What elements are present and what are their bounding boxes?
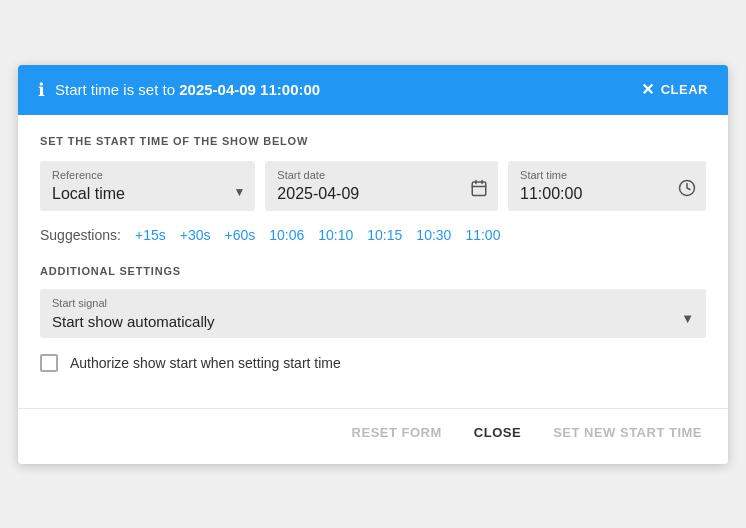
suggestion-30s[interactable]: +30s xyxy=(180,227,211,243)
suggestion-1006[interactable]: 10:06 xyxy=(269,227,304,243)
start-date-field[interactable]: Start date 2025-04-09 xyxy=(265,161,498,211)
suggestions-row: Suggestions: +15s +30s +60s 10:06 10:10 … xyxy=(40,227,706,243)
footer: RESET FORM CLOSE SET NEW START TIME xyxy=(18,408,728,464)
banner-prefix: Start time is set to xyxy=(55,81,179,98)
suggestion-1015[interactable]: 10:15 xyxy=(367,227,402,243)
chevron-down-icon-2: ▼ xyxy=(681,311,694,326)
suggestion-60s[interactable]: +60s xyxy=(224,227,255,243)
set-start-time-button[interactable]: SET NEW START TIME xyxy=(549,419,706,446)
clear-label: CLEAR xyxy=(661,82,708,97)
reference-dropdown[interactable]: Reference Local time ▼ xyxy=(40,161,255,211)
start-time-label: Start time xyxy=(520,169,694,181)
start-date-value: 2025-04-09 xyxy=(277,185,486,203)
fields-row: Reference Local time ▼ Start date 2025-0… xyxy=(40,161,706,211)
suggestions-label: Suggestions: xyxy=(40,227,121,243)
start-signal-dropdown[interactable]: Start signal Start show automatically ▼ xyxy=(40,289,706,338)
suggestion-1030[interactable]: 10:30 xyxy=(416,227,451,243)
close-icon: ✕ xyxy=(641,80,655,99)
clock-icon xyxy=(678,179,696,201)
clear-button[interactable]: ✕ CLEAR xyxy=(641,80,708,99)
modal-body: SET THE START TIME OF THE SHOW BELOW Ref… xyxy=(18,115,728,408)
authorize-row: Authorize show start when setting start … xyxy=(40,354,706,372)
start-time-value: 11:00:00 xyxy=(520,185,694,203)
reset-form-button[interactable]: RESET FORM xyxy=(348,419,446,446)
start-signal-label: Start signal xyxy=(52,297,694,309)
reference-value: Local time xyxy=(52,185,243,203)
section2-label: ADDITIONAL SETTINGS xyxy=(40,265,706,277)
chevron-down-icon: ▼ xyxy=(233,185,245,199)
svg-rect-0 xyxy=(472,182,486,196)
banner-value: 2025-04-09 11:00:00 xyxy=(179,81,320,98)
modal-container: ℹ Start time is set to 2025-04-09 11:00:… xyxy=(18,65,728,464)
suggestion-15s[interactable]: +15s xyxy=(135,227,166,243)
banner-text: Start time is set to 2025-04-09 11:00:00 xyxy=(55,81,631,98)
calendar-icon xyxy=(470,179,488,201)
info-icon: ℹ xyxy=(38,79,45,101)
close-button[interactable]: CLOSE xyxy=(470,419,525,446)
suggestion-1010[interactable]: 10:10 xyxy=(318,227,353,243)
suggestion-1100[interactable]: 11:00 xyxy=(465,227,500,243)
section1-label: SET THE START TIME OF THE SHOW BELOW xyxy=(40,135,706,147)
banner: ℹ Start time is set to 2025-04-09 11:00:… xyxy=(18,65,728,115)
authorize-checkbox[interactable] xyxy=(40,354,58,372)
start-time-field[interactable]: Start time 11:00:00 xyxy=(508,161,706,211)
authorize-label: Authorize show start when setting start … xyxy=(70,355,341,371)
start-date-label: Start date xyxy=(277,169,486,181)
start-signal-value: Start show automatically xyxy=(52,313,694,330)
reference-label: Reference xyxy=(52,169,243,181)
